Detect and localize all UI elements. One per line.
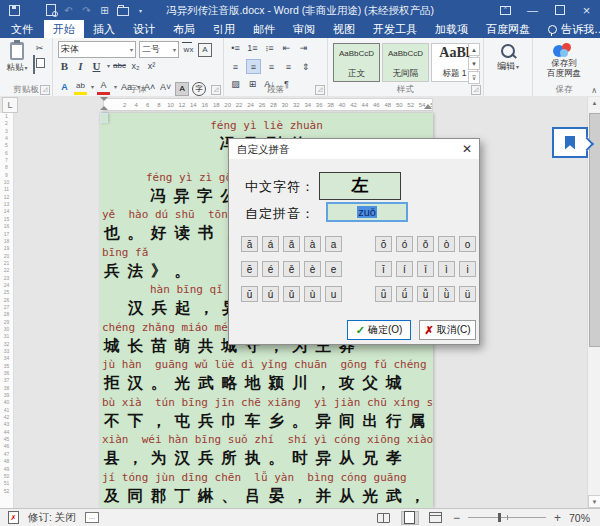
- tab-开发工具[interactable]: 开发工具: [364, 20, 426, 38]
- tone-button-í[interactable]: í: [396, 261, 413, 277]
- horizontal-ruler[interactable]: 2468101214161820222426283032343638404244…: [103, 98, 433, 111]
- tab-邮件[interactable]: 邮件: [244, 20, 284, 38]
- line-spacing-icon[interactable]: ⇕: [299, 60, 312, 73]
- tone-button-ú[interactable]: ú: [262, 286, 279, 302]
- font-size-combo[interactable]: 二号▾: [139, 41, 179, 58]
- hanzi-line[interactable]: 不下，屯兵巾车乡。异间出行属: [100, 411, 433, 432]
- superscript-icon[interactable]: x²: [145, 59, 158, 72]
- multilevel-list-icon[interactable]: ⁝≡: [263, 41, 276, 54]
- tone-button-ǖ[interactable]: ǖ: [375, 286, 392, 302]
- tab-布局[interactable]: 布局: [164, 20, 204, 38]
- pinyin-line[interactable]: féng yì liè zhuàn: [100, 117, 433, 134]
- tone-button-ǘ[interactable]: ǘ: [396, 286, 413, 302]
- tone-button-ě[interactable]: ě: [283, 261, 300, 277]
- zoom-in-icon[interactable]: +: [554, 511, 561, 525]
- styles-more-icon[interactable]: ⊽: [468, 71, 480, 84]
- italic-icon[interactable]: I: [74, 59, 87, 72]
- style-normal[interactable]: AaBbCcD 正文: [333, 43, 380, 82]
- scrollbar-thumb[interactable]: [589, 113, 600, 347]
- pinyin-line[interactable]: bù xià tún bīng jīn chē xiāng yì jiàn ch…: [100, 394, 433, 411]
- underline-icon[interactable]: U: [90, 59, 103, 72]
- close-icon[interactable]: ×: [573, 0, 600, 20]
- redo-icon[interactable]: ↷: [80, 4, 93, 17]
- tone-button-ü[interactable]: ü: [459, 286, 476, 302]
- zoom-slider[interactable]: [468, 512, 546, 523]
- subscript-icon[interactable]: x₂: [129, 59, 142, 72]
- cut-icon[interactable]: ✂: [33, 41, 46, 54]
- maximize-icon[interactable]: [546, 0, 573, 20]
- tab-home[interactable]: 开始: [44, 20, 84, 38]
- pinyin-line[interactable]: jí tóng jùn dīng chēn lǚ yàn bìng cóng g…: [100, 469, 433, 486]
- paste-button[interactable]: 粘贴▾: [4, 42, 30, 74]
- tone-button-o[interactable]: o: [459, 236, 476, 252]
- editing-button[interactable]: 编辑▾: [484, 44, 532, 73]
- input-mode-icon[interactable]: ⋯: [85, 512, 99, 523]
- tab-file[interactable]: 文件: [0, 20, 44, 38]
- tone-button-e[interactable]: e: [325, 261, 342, 277]
- pinyin-input[interactable]: zuǒ: [326, 202, 408, 222]
- tone-button-u[interactable]: u: [325, 286, 342, 302]
- open-icon[interactable]: [116, 4, 129, 17]
- tab-审阅[interactable]: 审阅: [284, 20, 324, 38]
- tone-button-ō[interactable]: ō: [375, 236, 392, 252]
- tone-button-ǜ[interactable]: ǜ: [438, 286, 455, 302]
- tone-button-ù[interactable]: ù: [304, 286, 321, 302]
- hanzi-line[interactable]: 县，为汉兵所执。时异从兄孝: [100, 448, 433, 469]
- font-name-combo[interactable]: 宋体▾: [58, 41, 136, 58]
- zoom-out-icon[interactable]: −: [453, 511, 460, 525]
- styles-scroll-down-icon[interactable]: ▼: [468, 57, 480, 70]
- cancel-button[interactable]: ✗取消(C): [419, 320, 476, 340]
- save-to-baidu-button[interactable]: 保存到百度网盘: [533, 43, 595, 78]
- decrease-indent-icon[interactable]: ⇤: [280, 41, 293, 54]
- align-center-icon[interactable]: ≡: [246, 59, 261, 74]
- vertical-scrollbar[interactable]: ▲ ▼: [587, 97, 600, 508]
- bullets-icon[interactable]: •≡: [229, 41, 242, 54]
- tell-me-box[interactable]: 告诉我…: [539, 20, 600, 38]
- character-border-icon[interactable]: A: [198, 43, 212, 56]
- qat-more-icon[interactable]: ▾: [134, 4, 147, 17]
- scroll-down-icon[interactable]: ▼: [588, 495, 600, 508]
- print-preview-icon[interactable]: [44, 4, 57, 17]
- tone-button-ǒ[interactable]: ǒ: [417, 236, 434, 252]
- tone-button-ā[interactable]: ā: [241, 236, 258, 252]
- styles-scroll-up-icon[interactable]: ▲: [468, 43, 480, 56]
- increase-indent-icon[interactable]: ⇥: [297, 41, 310, 54]
- paragraph-dialog-launcher[interactable]: ◿: [315, 85, 325, 95]
- read-mode-icon[interactable]: [375, 511, 393, 525]
- font-dialog-launcher[interactable]: ◿: [211, 85, 221, 95]
- tone-button-é[interactable]: é: [262, 261, 279, 277]
- tone-button-i[interactable]: i: [459, 261, 476, 277]
- right-indent-marker[interactable]: [424, 104, 432, 109]
- hanzi-line[interactable]: 及同郡丁綝、吕晏，并从光武，: [100, 486, 433, 507]
- tone-button-ó[interactable]: ó: [396, 236, 413, 252]
- tone-button-a[interactable]: a: [325, 236, 342, 252]
- ok-button[interactable]: ✓确定(O): [347, 320, 411, 340]
- tone-button-ǎ[interactable]: ǎ: [283, 236, 300, 252]
- left-indent-marker[interactable]: [100, 97, 107, 112]
- tab-视图[interactable]: 视图: [324, 20, 364, 38]
- tone-button-ì[interactable]: ì: [438, 261, 455, 277]
- tone-button-è[interactable]: è: [304, 261, 321, 277]
- proofing-icon[interactable]: ✗: [8, 511, 19, 524]
- minimize-icon[interactable]: —: [519, 0, 546, 20]
- vertical-ruler[interactable]: 1234567891011121314151617181920212223242…: [0, 113, 14, 508]
- tab-设计[interactable]: 设计: [124, 20, 164, 38]
- tone-button-ī[interactable]: ī: [375, 261, 392, 277]
- copy-icon[interactable]: [33, 56, 46, 74]
- bold-icon[interactable]: B: [58, 59, 71, 72]
- collapse-ribbon-icon[interactable]: ∧: [591, 86, 597, 95]
- hanzi-line[interactable]: 拒汉。光武略地颍川，攻父城: [100, 373, 433, 394]
- web-layout-icon[interactable]: [427, 511, 445, 525]
- pinyin-line[interactable]: xiàn wéi hàn bīng suǒ zhí shí yì cóng xi…: [100, 431, 433, 448]
- tone-button-ǐ[interactable]: ǐ: [417, 261, 434, 277]
- tone-button-ò[interactable]: ò: [438, 236, 455, 252]
- tab-selector[interactable]: L: [2, 97, 18, 113]
- tab-引用[interactable]: 引用: [204, 20, 244, 38]
- strikethrough-icon[interactable]: abc: [113, 59, 126, 72]
- align-left-icon[interactable]: ≡: [229, 60, 242, 73]
- draw-table-icon[interactable]: ⊞: [98, 4, 111, 17]
- scroll-up-icon[interactable]: ▲: [588, 97, 600, 110]
- bookmark-float-button[interactable]: [552, 127, 588, 158]
- tone-button-ǔ[interactable]: ǔ: [283, 286, 300, 302]
- zoom-level[interactable]: 70%: [569, 512, 590, 524]
